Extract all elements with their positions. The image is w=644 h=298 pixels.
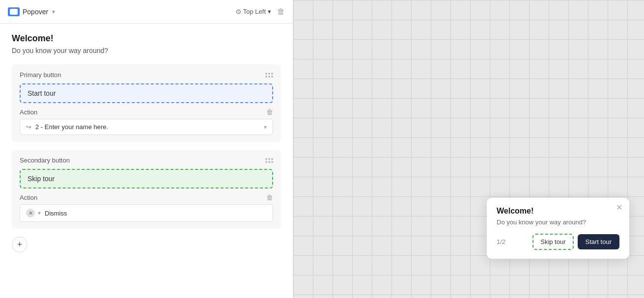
primary-grid-icon[interactable] [265,73,273,78]
primary-action-row: Action 🗑 ↪ 2 - Enter your name here. ▾ [20,108,273,135]
position-arrow: ▾ [268,8,271,15]
dismiss-select[interactable]: ✕ ▾ Dismiss [20,204,273,222]
welcome-title: Welcome! [12,33,281,44]
panel-content: Welcome! Do you know your way around? Pr… [0,24,293,298]
position-label: Top Left [243,8,266,15]
secondary-section-header: Secondary button [20,157,273,164]
primary-button-section: Primary button Start tour Action 🗑 ↪ 2 -… [12,64,281,142]
popover-step: 1/2 [497,238,505,245]
panel-title-dropdown-arrow[interactable]: ▾ [52,8,55,15]
primary-section-header: Primary button [20,71,273,79]
popover-preview-subtitle: Do you know your way around? [497,218,619,226]
popover-actions: Skip tour Start tour [532,234,619,250]
popover-preview: ✕ Welcome! Do you know your way around? … [487,198,629,259]
add-button[interactable]: + [12,237,28,252]
secondary-grid-icon[interactable] [265,158,273,163]
secondary-action-label: Action 🗑 [20,193,273,201]
secondary-action-delete-icon[interactable]: 🗑 [266,193,273,201]
panel-title: Popover [23,8,48,16]
primary-action-chevron: ▾ [264,124,267,131]
primary-action-label: Action 🗑 [20,108,273,116]
header-right: ⊙ Top Left ▾ 🗑 [236,7,285,16]
start-tour-button[interactable]: Start tour [578,234,619,249]
secondary-section-label: Secondary button [20,157,70,164]
dismiss-x-icon: ✕ [26,209,35,217]
primary-action-delete-icon[interactable]: 🗑 [266,108,273,116]
header-left: Popover ▾ [8,7,55,16]
primary-section-label: Primary button [20,71,61,79]
right-panel: ✕ Welcome! Do you know your way around? … [293,0,644,298]
position-icon: ⊙ [236,8,241,15]
popover-footer: 1/2 Skip tour Start tour [497,234,619,250]
action-redirect-icon: ↪ [26,123,31,131]
popover-component-icon [8,7,20,16]
dismiss-value: Dismiss [45,210,67,217]
delete-icon[interactable]: 🗑 [277,7,285,16]
left-panel: Popover ▾ ⊙ Top Left ▾ 🗑 Welcome! Do you… [0,0,293,298]
dismiss-chevron: ▾ [38,210,41,217]
secondary-action-row: Action 🗑 ✕ ▾ Dismiss [20,193,273,222]
panel-header: Popover ▾ ⊙ Top Left ▾ 🗑 [0,0,293,24]
secondary-button-section: Secondary button Skip tour Action 🗑 ✕ ▾ … [12,150,281,229]
skip-tour-button[interactable]: Skip tour [532,234,573,250]
welcome-subtitle: Do you know your way around? [12,47,281,54]
position-selector[interactable]: ⊙ Top Left ▾ [236,8,271,15]
popover-close-icon[interactable]: ✕ [616,204,622,212]
primary-action-value: 2 - Enter your name here. [35,123,264,131]
primary-button-field[interactable]: Start tour [20,83,273,103]
popover-preview-title: Welcome! [497,207,619,216]
primary-action-select[interactable]: ↪ 2 - Enter your name here. ▾ [20,119,273,135]
secondary-button-field[interactable]: Skip tour [20,169,273,189]
